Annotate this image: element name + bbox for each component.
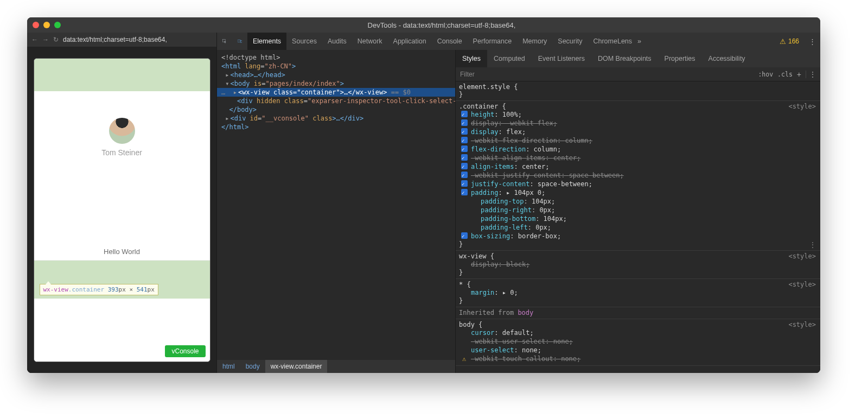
css-property[interactable]: padding-right: 0px;	[459, 206, 817, 214]
titlebar: DevTools - data:text/html;charset=utf-8;…	[27, 17, 820, 33]
css-property[interactable]: align-items: center;	[459, 162, 817, 171]
main-tabs: Elements Sources Audits Network Applicat…	[217, 33, 820, 50]
crumb-body[interactable]: body	[240, 360, 265, 373]
css-property[interactable]: -webkit-align-items: center;	[459, 154, 817, 162]
tab-network[interactable]: Network	[352, 33, 388, 50]
checkbox-icon[interactable]	[461, 180, 468, 187]
elements-panel: Elements Sources Audits Network Applicat…	[217, 33, 456, 373]
breadcrumb: html body wx-view.container	[217, 360, 455, 373]
checkbox-icon[interactable]	[461, 189, 468, 195]
window-title: DevTools - data:text/html;charset=utf-8;…	[68, 21, 815, 29]
hov-toggle[interactable]: :hov	[758, 71, 773, 78]
inspect-icon[interactable]	[217, 33, 232, 50]
checkbox-icon[interactable]	[461, 232, 468, 239]
css-property[interactable]: ⚠-webkit-touch-callout: none;	[459, 354, 817, 363]
tab-audits[interactable]: Audits	[322, 33, 352, 50]
css-property[interactable]: box-sizing: border-box;	[459, 232, 817, 240]
device-toggle-icon[interactable]	[232, 33, 247, 50]
new-style-button[interactable]: +	[797, 70, 801, 79]
checkbox-icon[interactable]	[461, 128, 468, 135]
css-property[interactable]: -webkit-user-select: none;	[459, 337, 817, 346]
tab-computed[interactable]: Computed	[487, 50, 532, 67]
styles-content[interactable]: element.style { } .container { <style> h…	[456, 81, 820, 373]
rule-star: * { <style> margin: ▸ 0; }	[456, 279, 820, 307]
tab-accessibility[interactable]: Accessibility	[702, 50, 752, 67]
crumb-html[interactable]: html	[217, 360, 240, 373]
warning-count[interactable]: 166	[788, 37, 799, 45]
styles-panel: Styles Computed Event Listeners DOM Brea…	[456, 33, 820, 373]
tab-sources[interactable]: Sources	[286, 33, 322, 50]
css-property[interactable]: justify-content: space-between;	[459, 180, 817, 188]
inherited-label: Inherited from body	[456, 307, 820, 319]
css-property[interactable]: display: -webkit-flex;	[459, 119, 817, 128]
forward-icon[interactable]: →	[42, 36, 49, 43]
css-property[interactable]: display: flex;	[459, 128, 817, 136]
css-property[interactable]: padding-left: 0px;	[459, 223, 817, 232]
tab-performance[interactable]: Performance	[468, 33, 518, 50]
element-tooltip: wx-view.container 393px × 541px	[40, 284, 158, 295]
device-preview-panel: ← → ↻ data:text/html;charset=utf-8;base6…	[27, 33, 217, 373]
devtools-window: DevTools - data:text/html;charset=utf-8;…	[27, 17, 820, 373]
crumb-wxview[interactable]: wx-view.container	[265, 360, 328, 373]
tab-security[interactable]: Security	[552, 33, 588, 50]
tab-application[interactable]: Application	[388, 33, 432, 50]
svg-rect-1	[238, 40, 240, 42]
back-icon[interactable]: ←	[31, 36, 38, 43]
hello-text: Hello World	[34, 243, 210, 261]
reload-icon[interactable]: ↻	[53, 36, 59, 43]
checkbox-icon[interactable]	[461, 163, 468, 169]
css-property[interactable]: flex-direction: column;	[459, 145, 817, 154]
close-icon[interactable]	[33, 22, 39, 28]
dom-selected-node: … ▸<wx-view class="container">…</wx-view…	[217, 88, 455, 97]
user-name: Tom Steiner	[101, 148, 142, 157]
rule-container: .container { <style> height: 100%;displa…	[456, 101, 820, 251]
address-bar[interactable]: data:text/html;charset=utf-8;base64,	[63, 36, 167, 43]
checkbox-icon[interactable]	[461, 172, 468, 178]
filter-row: :hov .cls + ⋮	[456, 67, 820, 81]
zoom-icon[interactable]	[54, 22, 61, 28]
checkbox-icon[interactable]	[461, 111, 468, 117]
tab-chromelens[interactable]: ChromeLens	[588, 33, 637, 50]
device-frame: Tom Steiner Hello World wx-view.containe…	[34, 58, 210, 362]
dom-tree[interactable]: <!doctype html> <html lang="zh-CN"> ▸<he…	[217, 50, 455, 360]
tab-memory[interactable]: Memory	[517, 33, 552, 50]
tab-styles[interactable]: Styles	[456, 50, 487, 67]
warning-icon[interactable]: ⚠	[780, 37, 786, 46]
rule-wxview: wx-view { <style> display: block; }	[456, 251, 820, 279]
avatar	[109, 118, 135, 144]
settings-icon[interactable]: ⋮	[809, 37, 816, 46]
cls-toggle[interactable]: .cls	[777, 71, 793, 78]
checkbox-icon[interactable]	[461, 137, 468, 143]
minimize-icon[interactable]	[43, 22, 50, 28]
tab-console[interactable]: Console	[432, 33, 468, 50]
css-property[interactable]: padding-bottom: 104px;	[459, 214, 817, 223]
checkbox-icon[interactable]	[461, 119, 468, 126]
css-property[interactable]: -webkit-flex-direction: column;	[459, 136, 817, 145]
css-property[interactable]: height: 100%;	[459, 110, 817, 119]
css-property[interactable]: user-select: none;	[459, 346, 817, 354]
tab-elements[interactable]: Elements	[247, 33, 286, 50]
filter-input[interactable]	[460, 71, 754, 78]
tabs-overflow-icon[interactable]: »	[637, 37, 641, 45]
tab-dom-breakpoints[interactable]: DOM Breakpoints	[591, 50, 658, 67]
navigation-toolbar: ← → ↻ data:text/html;charset=utf-8;base6…	[27, 33, 216, 47]
rule-body: body { <style> cursor: default;-webkit-u…	[456, 319, 820, 366]
vconsole-button[interactable]: vConsole	[165, 345, 205, 357]
checkbox-icon[interactable]	[461, 154, 468, 161]
traffic-lights	[33, 22, 61, 28]
tab-properties[interactable]: Properties	[658, 50, 702, 67]
warning-icon: ⚠	[462, 354, 466, 363]
css-property[interactable]: padding-top: 104px;	[459, 197, 817, 206]
checkbox-icon[interactable]	[461, 145, 468, 152]
tab-event-listeners[interactable]: Event Listeners	[532, 50, 591, 67]
sidebar-tabs: Styles Computed Event Listeners DOM Brea…	[456, 50, 820, 67]
css-property[interactable]: cursor: default;	[459, 328, 817, 337]
css-property[interactable]: -webkit-justify-content: space-between;	[459, 171, 817, 180]
selector-element-style: element.style {	[459, 83, 817, 91]
svg-rect-2	[241, 41, 242, 43]
css-property[interactable]: padding: ▸ 104px 0;	[459, 188, 817, 197]
